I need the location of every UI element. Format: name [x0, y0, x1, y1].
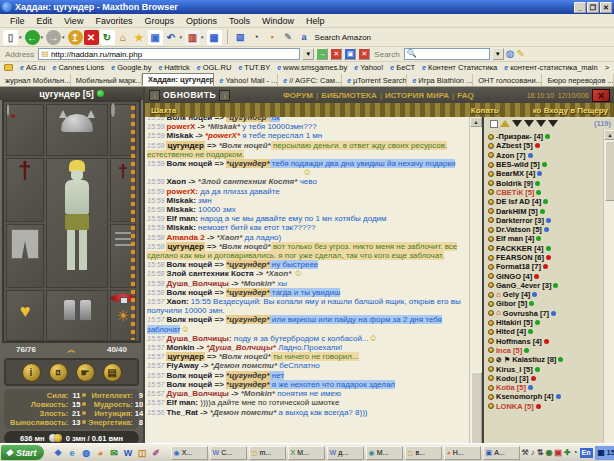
message-author[interactable]: Amanda 2 [166, 233, 204, 242]
ql-mail-icon[interactable]: ✉ [108, 446, 121, 459]
task-button-7[interactable]: ◻в... [405, 446, 442, 460]
screen-capture-icon[interactable]: ▣ [148, 30, 163, 45]
sort-up-icon[interactable] [500, 120, 510, 127]
forward-icon[interactable]: → [46, 30, 61, 45]
player-name[interactable]: DarkHIM [5] [496, 207, 538, 216]
dig-action-link[interactable]: Копать [471, 106, 499, 115]
bookmark-item[interactable]: eGoogle.by [111, 63, 151, 72]
undo-icon[interactable]: ↶ [164, 30, 179, 45]
task-button-2[interactable]: WC... [210, 446, 247, 460]
tab-3[interactable]: Хаддан: цугундер [142, 73, 214, 86]
message-target[interactable]: *цугундер* [226, 159, 270, 168]
nav-история-мира[interactable]: ИСТОРИЯ МИРА [385, 91, 449, 100]
message-author[interactable]: цугундер [166, 352, 204, 361]
menu-view[interactable]: View [58, 16, 89, 26]
task-button-8[interactable]: ◕H... [444, 446, 481, 460]
refresh-icon[interactable]: ↻ [100, 30, 115, 45]
tools-tray-icon[interactable]: ⚒ [522, 448, 529, 458]
player-row[interactable]: Gibor [5] [488, 299, 602, 308]
player-name[interactable]: СВЕТіК [5] [496, 188, 534, 197]
menu-favorites[interactable]: Favorites [89, 16, 138, 26]
player-row[interactable]: LONKA [5] [488, 402, 602, 411]
bookmark-item[interactable]: ewww.smsgames.by [277, 63, 347, 72]
message-author[interactable]: Miskak [166, 131, 193, 140]
message-target[interactable]: *цугундер* [226, 260, 270, 269]
stop-icon[interactable]: ✕ [84, 30, 99, 45]
sort-down-icon[interactable] [536, 120, 546, 127]
home-icon[interactable]: ⌂ [116, 30, 131, 45]
message-author[interactable]: Волк ноцей [166, 260, 212, 269]
tab-7[interactable]: eИгра Biathlon ... [407, 74, 473, 86]
bookmark-item[interactable]: eCannes Lions [53, 63, 105, 72]
task-button-3[interactable]: ◻m... [249, 446, 286, 460]
message-author[interactable]: Miskak: [166, 223, 195, 232]
nav-библиотека[interactable]: БИБЛИОТЕКА [321, 91, 377, 100]
menu-groups[interactable]: Groups [138, 16, 180, 26]
player-row[interactable]: Hitakiri [5] [488, 318, 602, 327]
message-target[interactable]: *Злой сантехник Костя* [198, 177, 298, 186]
plugin-orange-icon[interactable]: ▪ [265, 30, 280, 45]
sort-down-icon[interactable] [548, 120, 558, 127]
player-row[interactable]: ⊘⚑Kalastiuz [8] [488, 355, 602, 364]
tab-8[interactable]: ОНТ голосовани... [473, 74, 542, 86]
search-dropdown[interactable]: ▾ [492, 48, 504, 60]
task-button-9[interactable]: ▣A... [483, 446, 520, 460]
task-button-6[interactable]: ◉M... [366, 446, 403, 460]
network-tray-icon[interactable]: ⇅ [537, 448, 544, 458]
player-row[interactable]: Format18 [7] [488, 262, 602, 271]
task-button-4[interactable]: XM... [288, 446, 325, 460]
player-name[interactable]: Format18 [7] [496, 262, 541, 271]
player-row[interactable]: Elf man [4] [488, 234, 602, 243]
player-name[interactable]: Hitakiri [5] [496, 318, 533, 327]
player-name[interactable]: BES-wild [5] [496, 160, 540, 169]
message-author[interactable]: Хаоп: [166, 297, 188, 306]
message-author[interactable]: Волк ноцей [166, 288, 212, 297]
message-target[interactable]: *Monkin* [241, 279, 275, 288]
shield-tray-icon[interactable]: ✚ [564, 448, 571, 458]
language-indicator[interactable]: En [580, 448, 593, 458]
player-row[interactable]: BES-wild [5] [488, 160, 602, 169]
bookmark-item[interactable]: eAG.ru [20, 63, 46, 72]
player-row[interactable]: DarkHIM [5] [488, 206, 602, 215]
bookmark-item[interactable]: eКонтент Статистика [422, 63, 497, 72]
bookmark-item[interactable]: eTUT.BY [238, 63, 270, 72]
message-author[interactable]: Душа_Волчицы [166, 389, 228, 398]
player-row[interactable]: GanG_4ever [3] [488, 281, 602, 290]
message-author[interactable]: цугундер [166, 242, 204, 251]
player-name[interactable]: -Призрак- [4] [496, 132, 543, 141]
nav-faq[interactable]: FAQ [457, 91, 473, 100]
msn-tray-icon[interactable]: ◉ [545, 448, 552, 458]
volume-tray-icon[interactable]: ♪ [531, 448, 535, 458]
tab-5[interactable]: e// AGFC: Сам... [278, 74, 342, 86]
player-row[interactable]: AZbest [5] [488, 141, 602, 150]
ql-firefox-icon[interactable]: ◕ [94, 446, 107, 459]
scroll-down-icon[interactable]: ↓ [149, 90, 160, 101]
message-author[interactable]: Miskak: [166, 205, 195, 214]
player-row[interactable]: Boldrik [9] [488, 178, 602, 187]
tab-9[interactable]: Бюро переводов ... [542, 74, 614, 86]
player-row[interactable]: FACKKER [4] [488, 244, 602, 253]
message-author[interactable]: powerX [166, 122, 195, 131]
player-row[interactable]: Hoffmans [4] [488, 337, 602, 346]
message-target[interactable]: *Волк ноцей* [219, 352, 271, 361]
pants-slot[interactable] [6, 224, 44, 288]
address-dropdown[interactable]: ▾ [302, 48, 314, 60]
player-row[interactable]: ⌂Gely [4] [488, 290, 602, 299]
message-author[interactable]: Elf man: [166, 214, 198, 223]
character-name[interactable]: цугундер [5] [39, 89, 93, 99]
ad-hunter-button[interactable]: ✕ [358, 48, 370, 60]
ql-word-icon[interactable]: W [122, 446, 135, 459]
money-button[interactable]: ¤ [49, 363, 68, 382]
player-name[interactable]: AZbest [5] [496, 141, 533, 150]
up-icon[interactable]: ↥ [68, 30, 83, 45]
plugin-quill-icon[interactable]: ✎ [281, 30, 296, 45]
message-target[interactable]: *Хаоп* [216, 233, 242, 242]
character-avatar[interactable] [48, 160, 106, 288]
new-page-icon[interactable]: ▯ [3, 30, 18, 45]
minimize-button[interactable]: _ [574, 2, 586, 13]
player-name[interactable]: Kalastiuz [8] [512, 355, 556, 364]
message-target[interactable]: *Monkin* [241, 389, 275, 398]
message-author[interactable]: powerX: [166, 187, 198, 196]
select-all-checkbox[interactable] [490, 120, 498, 128]
player-name[interactable]: Hoffmans [4] [496, 337, 542, 346]
